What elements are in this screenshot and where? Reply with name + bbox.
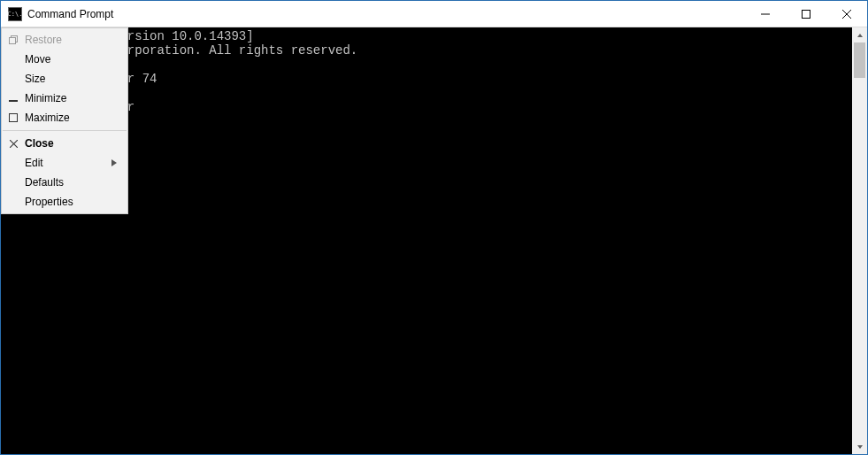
- close-icon: [10, 140, 18, 148]
- menu-item-label: Minimize: [21, 92, 120, 104]
- scroll-down-arrow[interactable]: [852, 439, 867, 454]
- minimize-icon: [761, 10, 770, 19]
- maximize-icon: [802, 10, 810, 19]
- menu-item-size[interactable]: Size: [2, 69, 127, 89]
- menu-item-minimize[interactable]: Minimize: [2, 89, 127, 108]
- restore-icon: [9, 35, 18, 44]
- menu-item-label: Properties: [21, 196, 120, 208]
- content-area: [Version 10.0.14393] Corporation. All ri…: [1, 27, 867, 454]
- scroll-thumb[interactable]: [854, 42, 865, 78]
- window-controls: [745, 1, 867, 27]
- menu-item-defaults[interactable]: Defaults: [2, 173, 127, 192]
- menu-item-label: Size: [21, 73, 120, 85]
- menu-item-maximize[interactable]: Maximize: [2, 108, 127, 127]
- maximize-icon: [9, 113, 18, 122]
- titlebar: C:\. Command Prompt: [1, 1, 867, 27]
- menu-item-label: Maximize: [21, 112, 120, 124]
- close-button[interactable]: [826, 1, 867, 27]
- restore-icon-slot: [5, 35, 21, 44]
- svg-rect-9: [10, 114, 18, 122]
- scroll-track[interactable]: [852, 42, 867, 439]
- svg-marker-5: [857, 445, 863, 449]
- chevron-down-icon: [856, 443, 864, 451]
- maximize-button[interactable]: [786, 1, 826, 27]
- menu-separator: [3, 130, 127, 131]
- svg-marker-12: [111, 159, 117, 166]
- vertical-scrollbar[interactable]: [852, 27, 867, 454]
- menu-item-label: Defaults: [21, 176, 120, 189]
- system-menu: RestoreMoveSizeMinimizeMaximizeCloseEdit…: [1, 27, 128, 214]
- window-title: Command Prompt: [27, 8, 745, 20]
- scroll-up-arrow[interactable]: [852, 27, 867, 42]
- chevron-up-icon: [856, 32, 864, 39]
- menu-item-label: Edit: [21, 157, 111, 169]
- close-icon-slot: [5, 140, 21, 148]
- app-icon[interactable]: C:\.: [8, 7, 22, 21]
- maximize-icon-slot: [5, 113, 21, 122]
- menu-item-move[interactable]: Move: [2, 50, 127, 69]
- close-icon: [842, 10, 851, 19]
- minimize-button[interactable]: [745, 1, 786, 27]
- terminal-output[interactable]: [Version 10.0.14393] Corporation. All ri…: [1, 27, 867, 454]
- menu-item-label: Restore: [21, 34, 120, 46]
- menu-item-restore: Restore: [2, 30, 127, 50]
- minimize-icon-slot: [5, 94, 21, 103]
- svg-rect-1: [803, 10, 810, 18]
- menu-item-close[interactable]: Close: [2, 134, 127, 153]
- svg-marker-4: [857, 34, 863, 37]
- menu-item-properties[interactable]: Properties: [2, 192, 127, 212]
- chevron-right-icon: [111, 157, 120, 169]
- menu-item-edit[interactable]: Edit: [2, 153, 127, 173]
- svg-rect-7: [10, 38, 16, 44]
- minimize-icon: [9, 94, 18, 103]
- menu-item-label: Move: [21, 53, 120, 66]
- menu-item-label: Close: [21, 137, 120, 150]
